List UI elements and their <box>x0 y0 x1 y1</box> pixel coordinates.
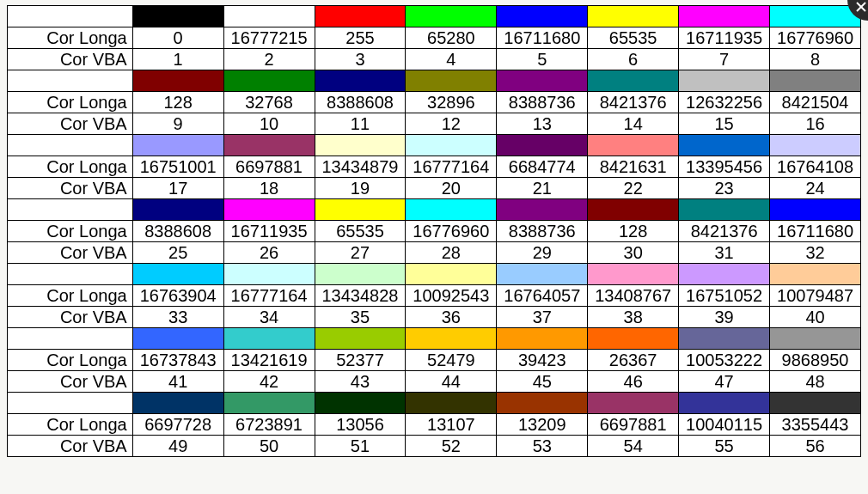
row-label-cor-longa: Cor Longa <box>8 285 133 307</box>
long-value-cell: 16776960 <box>770 27 861 49</box>
long-value-cell: 16737843 <box>132 350 223 371</box>
color-swatch <box>497 6 588 27</box>
vba-index-cell: 10 <box>223 113 315 135</box>
vba-index-cell: 41 <box>132 371 223 393</box>
color-swatch <box>315 135 406 156</box>
vba-index-cell: 56 <box>770 436 861 457</box>
vba-index-cell: 4 <box>406 49 497 70</box>
vba-index-cell: 13 <box>497 113 588 135</box>
color-swatch <box>497 199 588 221</box>
color-palette-table: Cor Longa0167772152556528016711680655351… <box>7 5 861 457</box>
long-value-cell: 9868950 <box>770 350 861 371</box>
color-swatch <box>679 393 770 414</box>
long-value-cell: 8421504 <box>770 92 861 113</box>
long-value-cell: 13434828 <box>315 285 406 307</box>
long-value-cell: 8421376 <box>588 92 679 113</box>
vba-index-cell: 18 <box>223 178 315 199</box>
color-swatch <box>770 70 861 92</box>
color-swatch <box>132 199 223 221</box>
long-value-cell: 13056 <box>315 414 406 436</box>
color-swatch <box>588 70 679 92</box>
vba-index-cell: 37 <box>497 307 588 328</box>
long-value-cell: 8388736 <box>497 92 588 113</box>
long-value-cell: 32768 <box>223 92 315 113</box>
long-value-cell: 16751052 <box>679 285 770 307</box>
vba-index-cell: 8 <box>770 49 861 70</box>
long-value-cell: 10040115 <box>679 414 770 436</box>
row-label-cor-vba: Cor VBA <box>8 371 133 393</box>
color-swatch <box>223 6 315 27</box>
long-value-cell: 10092543 <box>406 285 497 307</box>
long-value-cell: 16763904 <box>132 285 223 307</box>
vba-index-cell: 20 <box>406 178 497 199</box>
long-value-cell: 6723891 <box>223 414 315 436</box>
long-value-cell: 16764057 <box>497 285 588 307</box>
long-value-cell: 6697881 <box>223 156 315 178</box>
long-value-cell: 16711680 <box>770 221 861 242</box>
vba-index-cell: 42 <box>223 371 315 393</box>
vba-index-cell: 27 <box>315 242 406 264</box>
color-swatch <box>315 328 406 350</box>
long-value-cell: 39423 <box>497 350 588 371</box>
long-value-cell: 8388608 <box>315 92 406 113</box>
vba-index-cell: 38 <box>588 307 679 328</box>
vba-index-cell: 12 <box>406 113 497 135</box>
color-swatch <box>132 393 223 414</box>
long-value-cell: 13434879 <box>315 156 406 178</box>
long-value-cell: 8421631 <box>588 156 679 178</box>
color-swatch <box>406 199 497 221</box>
vba-index-cell: 29 <box>497 242 588 264</box>
color-swatch <box>588 328 679 350</box>
color-swatch <box>315 199 406 221</box>
row-label-cor-longa: Cor Longa <box>8 350 133 371</box>
long-value-cell: 16764108 <box>770 156 861 178</box>
long-value-cell: 32896 <box>406 92 497 113</box>
long-value-cell: 13107 <box>406 414 497 436</box>
vba-index-cell: 24 <box>770 178 861 199</box>
blank-label-cell <box>8 70 133 92</box>
long-value-cell: 16711935 <box>223 221 315 242</box>
vba-index-cell: 33 <box>132 307 223 328</box>
long-value-cell: 16711935 <box>679 27 770 49</box>
color-swatch <box>497 393 588 414</box>
vba-index-cell: 1 <box>132 49 223 70</box>
color-swatch <box>223 393 315 414</box>
long-value-cell: 0 <box>132 27 223 49</box>
vba-index-cell: 6 <box>588 49 679 70</box>
long-value-cell: 13421619 <box>223 350 315 371</box>
long-value-cell: 52479 <box>406 350 497 371</box>
vba-index-cell: 35 <box>315 307 406 328</box>
color-swatch <box>406 264 497 285</box>
color-swatch <box>770 199 861 221</box>
row-label-cor-vba: Cor VBA <box>8 178 133 199</box>
row-label-cor-vba: Cor VBA <box>8 242 133 264</box>
color-swatch <box>588 135 679 156</box>
color-swatch <box>497 264 588 285</box>
row-label-cor-longa: Cor Longa <box>8 156 133 178</box>
vba-index-cell: 32 <box>770 242 861 264</box>
color-swatch <box>679 6 770 27</box>
color-swatch <box>679 135 770 156</box>
long-value-cell: 13395456 <box>679 156 770 178</box>
color-swatch <box>588 199 679 221</box>
vba-index-cell: 9 <box>132 113 223 135</box>
row-label-cor-vba: Cor VBA <box>8 113 133 135</box>
vba-index-cell: 17 <box>132 178 223 199</box>
color-swatch <box>132 6 223 27</box>
color-swatch <box>588 264 679 285</box>
vba-index-cell: 22 <box>588 178 679 199</box>
color-swatch <box>679 264 770 285</box>
long-value-cell: 16776960 <box>406 221 497 242</box>
long-value-cell: 13209 <box>497 414 588 436</box>
row-label-cor-longa: Cor Longa <box>8 92 133 113</box>
vba-index-cell: 44 <box>406 371 497 393</box>
row-label-cor-vba: Cor VBA <box>8 49 133 70</box>
color-swatch <box>770 264 861 285</box>
vba-index-cell: 40 <box>770 307 861 328</box>
color-swatch <box>315 6 406 27</box>
row-label-cor-longa: Cor Longa <box>8 27 133 49</box>
blank-label-cell <box>8 393 133 414</box>
color-swatch <box>223 264 315 285</box>
color-swatch <box>132 70 223 92</box>
long-value-cell: 16751001 <box>132 156 223 178</box>
